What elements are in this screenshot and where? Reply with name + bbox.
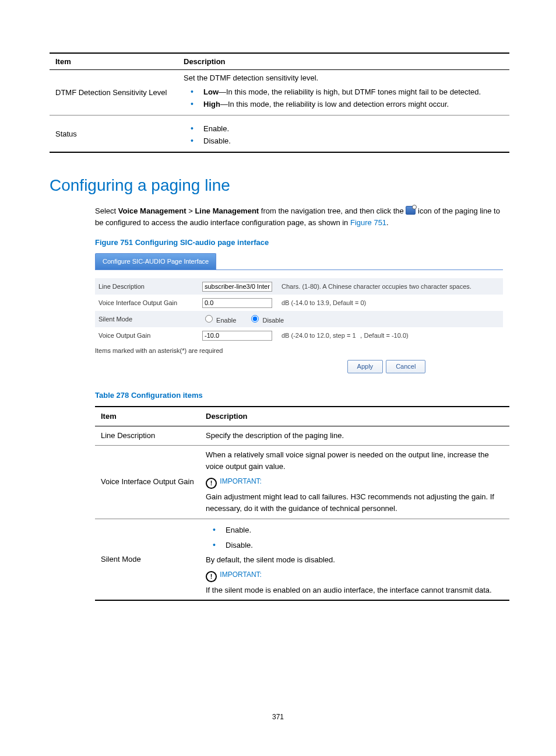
text: By default, the silent mode is disabled. <box>206 554 504 566</box>
bold: Low <box>203 88 219 96</box>
section-heading: Configuring a paging line <box>50 176 509 195</box>
text: —In this mode, the reliability is high, … <box>219 88 481 96</box>
dtmf-table: Item Description DTMF Detection Sensitiv… <box>50 52 509 153</box>
list-item: High—In this mode, the reliability is lo… <box>200 98 504 110</box>
th-item: Item <box>50 53 178 70</box>
important-icon: ! <box>206 571 217 582</box>
important-text: IMPORTANT: <box>220 570 262 579</box>
table-row: Line Description Specify the description… <box>95 426 509 445</box>
label: Silent Mode <box>98 314 202 324</box>
label: Line Description <box>98 282 202 292</box>
hint: Chars. (1-80). A Chinese character occup… <box>281 282 471 292</box>
hint: dB (-14.0 to 13.9, Default = 0) <box>281 298 366 308</box>
nav-voice: Voice Management <box>118 206 186 215</box>
config-panel: Configure SIC-AUDIO Page Interface Line … <box>95 253 503 373</box>
nav-line: Line Management <box>195 206 259 215</box>
text: If the silent mode is enabled on an audi… <box>206 584 504 596</box>
row-silent-mode: Silent Mode Enable Disable <box>95 311 503 327</box>
list-item: Enable. <box>222 523 504 538</box>
text: Gain adjustment might lead to call failu… <box>206 491 504 514</box>
voice-output-gain-input[interactable] <box>202 331 272 341</box>
tab-config[interactable]: Configure SIC-AUDIO Page Interface <box>95 253 216 270</box>
text: Select <box>95 206 118 215</box>
text: from the navigation tree, and then click… <box>259 206 406 215</box>
th-item: Item <box>95 407 200 426</box>
table-row: Status Enable. Disable. <box>50 116 509 153</box>
table-row: Voice Interface Output Gain When a relat… <box>95 445 509 519</box>
cell-desc: Enable. Disable. <box>178 116 509 153</box>
edit-icon <box>406 206 416 215</box>
hint: dB (-24.0 to 12.0, step = 1 ，Default = -… <box>281 331 409 341</box>
intro-paragraph: Select Voice Management > Line Managemen… <box>95 205 509 229</box>
row-output-gain: Voice Interface Output Gain dB (-14.0 to… <box>95 295 503 311</box>
config-items-table: Item Description Line Description Specif… <box>95 406 509 601</box>
list-item: Enable. <box>200 123 504 135</box>
radio-label: Disable <box>262 317 284 324</box>
cell-desc: Enable. Disable. By default, the silent … <box>200 519 509 600</box>
apply-button[interactable]: Apply <box>347 360 383 373</box>
label: Voice Output Gain <box>98 331 202 341</box>
cancel-button[interactable]: Cancel <box>386 360 425 373</box>
important-label: ! IMPORTANT: <box>206 476 504 489</box>
text: —In this mode, the reliability is low an… <box>220 100 449 108</box>
table-row: Silent Mode Enable. Disable. By default,… <box>95 519 509 600</box>
cell-item: DTMF Detection Sensitivity Level <box>50 70 178 116</box>
cell-item: Status <box>50 116 178 153</box>
figure-link[interactable]: Figure 751 <box>350 218 386 227</box>
cell-item: Line Description <box>95 426 200 445</box>
cell-desc: Specify the description of the paging li… <box>200 426 509 445</box>
radio-disable[interactable]: Disable <box>248 317 284 324</box>
figure-caption: Figure 751 Configuring SIC-audio page in… <box>95 237 509 249</box>
cell-desc: When a relatively small voice signal pow… <box>200 445 509 519</box>
radio-label: Enable <box>216 317 236 324</box>
th-desc: Description <box>178 53 509 70</box>
row-line-description: Line Description Chars. (1-80). A Chines… <box>95 278 503 295</box>
page-number: 371 <box>0 713 556 721</box>
table-row: DTMF Detection Sensitivity Level Set the… <box>50 70 509 116</box>
bold: High <box>203 100 220 108</box>
text: > <box>186 206 195 215</box>
radio-enable[interactable]: Enable <box>202 317 236 324</box>
row-voice-output-gain: Voice Output Gain dB (-24.0 to 12.0, ste… <box>95 327 503 344</box>
important-label: ! IMPORTANT: <box>206 569 504 582</box>
list-item: Disable. <box>200 135 504 147</box>
important-icon: ! <box>206 478 217 489</box>
output-gain-input[interactable] <box>202 298 272 308</box>
line-description-input[interactable] <box>202 282 272 292</box>
cell-desc: Set the DTMF detection sensitivity level… <box>178 70 509 116</box>
label: Voice Interface Output Gain <box>98 298 202 308</box>
table-caption: Table 278 Configuration items <box>95 390 509 401</box>
text: . <box>386 218 389 227</box>
required-note: Items marked with an asterisk(*) are req… <box>95 346 503 356</box>
cell-item: Silent Mode <box>95 519 200 600</box>
list-item: Low—In this mode, the reliability is hig… <box>200 86 504 98</box>
dtmf-intro: Set the DTMF detection sensitivity level… <box>184 74 504 82</box>
radio-disable-input[interactable] <box>251 315 259 323</box>
radio-enable-input[interactable] <box>205 315 213 323</box>
important-text: IMPORTANT: <box>220 477 262 485</box>
text: When a relatively small voice signal pow… <box>206 449 504 473</box>
list-item: Disable. <box>222 538 504 553</box>
th-desc: Description <box>200 407 509 426</box>
cell-item: Voice Interface Output Gain <box>95 445 200 519</box>
